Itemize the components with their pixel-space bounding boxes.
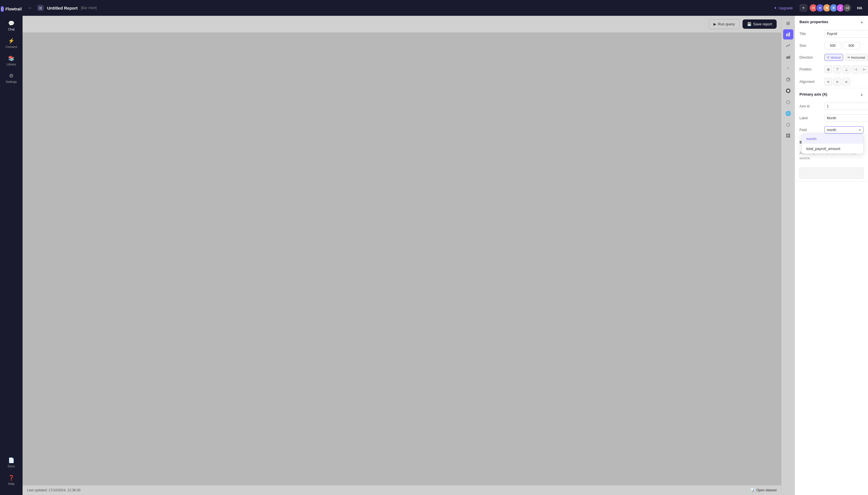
sidebar-item-docs[interactable]: 📄 Docs — [2, 455, 20, 471]
svg-marker-3 — [786, 55, 790, 58]
bar-chart-tool[interactable] — [783, 29, 793, 39]
svg-point-6 — [787, 90, 789, 91]
vertical-label: Vertical — [831, 56, 841, 59]
image-tool[interactable]: 🖼 — [783, 131, 793, 141]
primary-axis-title: Primary axis (X) — [799, 92, 827, 97]
title-row: Title — [795, 28, 868, 40]
report-toolbar: ▶ Run query 💾 Save report — [22, 16, 781, 33]
sidebar-item-settings[interactable]: ⚙ Settings — [2, 70, 20, 86]
svg-rect-1 — [788, 33, 788, 36]
dropdown-option-total[interactable]: total_payroll_amount — [802, 144, 863, 154]
scatter-tool[interactable]: ⁘ — [783, 63, 793, 73]
avatar-count: +3 — [843, 4, 851, 12]
primary-axis-chevron: ▲ — [860, 92, 864, 97]
sidebar-item-chat[interactable]: 💬 Chat — [2, 17, 20, 34]
help-icon: ❓ — [8, 475, 14, 481]
sidebar: ⬡ Flowtrail 💬 Chat ⚡ Connect 📚 Library ⚙… — [0, 0, 22, 495]
connect-icon: ⚡ — [8, 38, 14, 44]
settings-icon: ⚙ — [9, 73, 14, 79]
header: ← ▦ Untitled Report [Bar chart] ✦ Upgrad… — [22, 0, 868, 16]
field-label: Field — [799, 128, 822, 132]
library-icon: 📚 — [8, 55, 14, 62]
dropdown-option-month[interactable]: month — [802, 134, 863, 144]
chat-icon: 💬 — [8, 20, 14, 27]
save-report-button[interactable]: 💾 Save report — [743, 19, 777, 29]
logo-icon: ⬡ — [1, 6, 4, 12]
content-area: ▶ Run query 💾 Save report Last updated: … — [22, 16, 868, 495]
donut-tool[interactable] — [783, 86, 793, 96]
globe-tool[interactable]: 🌐 — [783, 108, 793, 118]
last-updated-text: Last updated: 17/10/2024, 12:36:30 — [27, 488, 81, 492]
align-right-btn[interactable]: ≡ — [843, 78, 850, 86]
alignment-label: Alignment — [799, 80, 822, 84]
position-row: Position ⊕ ⊤ ⊥ ⊣ ⊢ — [795, 63, 868, 75]
app-name: Flowtrail — [5, 7, 22, 11]
axis-label-label: Label — [799, 116, 822, 120]
add-series-area — [795, 165, 868, 181]
sidebar-nav: 💬 Chat ⚡ Connect 📚 Library ⚙ Settings — [0, 17, 22, 455]
canvas-area — [22, 33, 781, 485]
align-center-btn[interactable]: ≡ — [833, 78, 841, 86]
basic-properties-section: Basic properties ▲ Title Size Direction — [795, 16, 868, 88]
position-label: Position — [799, 67, 822, 71]
run-query-button[interactable]: ▶ Run query — [709, 19, 740, 29]
vertical-icon: ⇕ — [827, 55, 829, 59]
sidebar-item-chat-label: Chat — [8, 28, 14, 31]
main-content: ← ▦ Untitled Report [Bar chart] ✦ Upgrad… — [22, 0, 868, 495]
field-select-wrapper: month total_payroll_amount ▼ month total… — [824, 126, 864, 134]
star-tool[interactable]: ⬠ — [783, 120, 793, 130]
open-dataset-button[interactable]: 📊 Open dataset — [750, 488, 777, 492]
table-tool[interactable]: ⊞ — [783, 18, 793, 28]
line-chart-tool[interactable] — [783, 40, 793, 51]
properties-panel: Basic properties ▲ Title Size Direction — [795, 16, 868, 495]
report-type-icon: ▦ — [37, 5, 44, 11]
sidebar-item-help[interactable]: ❓ Help — [2, 472, 20, 488]
run-query-label: Run query — [718, 22, 735, 26]
axis-id-label: Axis id — [799, 104, 822, 108]
upgrade-label: Upgrade — [779, 6, 793, 10]
axis-id-input[interactable] — [824, 103, 868, 110]
align-left-btn[interactable]: ≡ — [824, 78, 832, 86]
back-button[interactable]: ← — [27, 4, 34, 12]
save-icon: 💾 — [747, 22, 751, 26]
horizontal-button[interactable]: ⇔ Horizontal — [845, 54, 868, 61]
primary-axis-section: Primary axis (X) ▲ Axis id Label Field m… — [795, 88, 868, 136]
avatars-group: H H M B J +3 — [811, 4, 851, 12]
dataset-icon: 📊 — [750, 488, 755, 492]
title-input[interactable] — [824, 30, 868, 37]
axis-label-input[interactable] — [824, 115, 868, 122]
pos-center-v-btn[interactable]: ⊕ — [824, 65, 832, 73]
upgrade-button[interactable]: ✦ Upgrade — [770, 4, 796, 12]
axis-id-row: Axis id — [795, 100, 868, 112]
sidebar-item-library[interactable]: 📚 Library — [2, 52, 20, 69]
field-select[interactable]: month total_payroll_amount — [824, 126, 864, 134]
sidebar-item-settings-label: Settings — [6, 80, 17, 83]
size-row: Size — [795, 40, 868, 52]
area-chart-tool[interactable] — [783, 52, 793, 62]
horizontal-icon: ⇔ — [847, 55, 850, 59]
docs-icon: 📄 — [8, 457, 14, 463]
svg-rect-2 — [789, 32, 790, 36]
header-right: ✦ Upgrade + H H M B J +3 HA — [770, 4, 862, 12]
sidebar-item-help-label: Help — [8, 482, 15, 485]
position-group: ⊕ ⊤ ⊥ ⊣ ⊢ — [824, 65, 868, 73]
pos-left-btn[interactable]: ⊣ — [851, 65, 859, 73]
tool-sidebar: ⊞ ⁘ — [781, 16, 795, 495]
sidebar-item-connect[interactable]: ⚡ Connect — [2, 35, 20, 51]
add-button[interactable]: + — [799, 4, 807, 12]
field-row: Field month total_payroll_amount ▼ month… — [795, 124, 868, 136]
radar-tool[interactable]: ⬡ — [783, 97, 793, 107]
pos-right-btn[interactable]: ⊢ — [861, 65, 868, 73]
width-input[interactable] — [824, 42, 841, 49]
primary-axis-header[interactable]: Primary axis (X) ▲ — [795, 88, 868, 100]
pos-bottom-btn[interactable]: ⊥ — [843, 65, 850, 73]
height-input[interactable] — [843, 42, 860, 49]
basic-properties-header[interactable]: Basic properties ▲ — [795, 16, 868, 28]
upgrade-icon: ✦ — [774, 6, 777, 10]
report-footer: Last updated: 17/10/2024, 12:36:30 📊 Ope… — [22, 485, 781, 495]
horizontal-label: Horizontal — [851, 56, 865, 59]
pie-tool[interactable] — [783, 74, 793, 85]
vertical-button[interactable]: ⇕ Vertical — [824, 54, 843, 61]
pos-top-btn[interactable]: ⊤ — [833, 65, 841, 73]
size-inputs — [824, 42, 864, 49]
